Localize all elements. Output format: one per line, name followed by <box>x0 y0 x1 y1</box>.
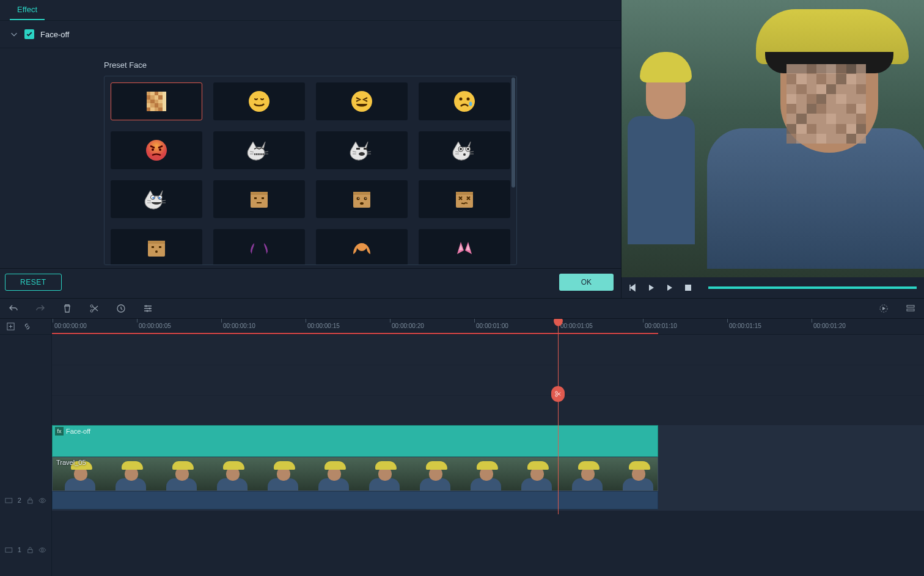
clip-video[interactable]: Travel_05 <box>52 457 658 491</box>
svg-point-19 <box>152 197 155 199</box>
svg-point-41 <box>90 305 93 307</box>
lock-icon[interactable] <box>26 497 34 505</box>
ruler-tick: 00:00:00:20 <box>392 323 424 329</box>
visibility-icon[interactable] <box>38 497 46 505</box>
svg-rect-22 <box>251 192 268 195</box>
svg-point-30 <box>358 198 359 199</box>
tab-effect[interactable]: Effect <box>10 0 45 20</box>
svg-rect-54 <box>6 547 12 552</box>
redo-icon[interactable] <box>35 304 45 313</box>
stop-button[interactable] <box>684 283 692 292</box>
step-forward-button[interactable] <box>666 283 674 292</box>
player-controls <box>622 277 924 298</box>
timeline-settings-icon[interactable] <box>906 304 915 313</box>
ruler-tick: 00:00:01:10 <box>645 323 677 329</box>
step-back-button[interactable] <box>629 283 637 292</box>
ruler-tick: 00:00:01:05 <box>560 323 593 329</box>
preset-scrollbar[interactable] <box>512 78 515 188</box>
svg-point-1 <box>351 91 372 112</box>
preset-emoji-angry-red[interactable] <box>111 131 202 169</box>
preset-box-face-eyes[interactable] <box>316 180 408 218</box>
svg-point-32 <box>360 202 364 205</box>
svg-point-58 <box>556 395 557 396</box>
add-track-icon[interactable] <box>6 322 15 331</box>
clip-audio-waveform[interactable] <box>52 491 658 509</box>
effect-panel: Effect Face-off Preset Face RESET OK <box>0 0 622 298</box>
ok-button[interactable]: OK <box>559 274 614 291</box>
svg-rect-23 <box>254 197 257 199</box>
timeline-track-1[interactable]: Travel_05 <box>52 457 924 511</box>
svg-rect-10 <box>364 148 367 150</box>
playhead[interactable] <box>558 319 559 514</box>
chevron-down-icon <box>10 30 18 38</box>
svg-rect-37 <box>152 246 154 248</box>
player-progress[interactable] <box>708 286 917 289</box>
adjust-icon[interactable] <box>143 304 153 313</box>
preset-hair-orange[interactable] <box>316 229 408 265</box>
svg-rect-24 <box>262 197 264 199</box>
face-off-section-header[interactable]: Face-off <box>0 21 621 48</box>
svg-point-45 <box>149 308 151 310</box>
preset-cat-laugh[interactable] <box>111 180 202 218</box>
lock-icon[interactable] <box>26 546 34 554</box>
track-header-2: 2 <box>0 477 51 523</box>
timeline: 2 1 00:00:00:0000:00:00:0500:00:00:1000:… <box>0 319 924 576</box>
svg-point-6 <box>146 140 167 161</box>
svg-point-3 <box>460 98 463 101</box>
svg-point-31 <box>365 198 367 199</box>
split-icon[interactable] <box>89 304 99 313</box>
svg-point-42 <box>90 310 93 312</box>
preset-devil-horns[interactable] <box>213 229 305 265</box>
preset-emoji-smile[interactable] <box>213 82 305 120</box>
play-button[interactable] <box>647 283 656 292</box>
preset-mosaic-blur[interactable] <box>111 82 202 120</box>
svg-point-2 <box>454 91 475 112</box>
preset-box-face-dizzy[interactable] <box>419 180 510 218</box>
ruler-tick: 00:00:00:00 <box>54 323 87 329</box>
preset-emoji-laugh[interactable] <box>316 82 408 120</box>
timeline-track-2[interactable]: fx Face-off <box>52 425 924 457</box>
timeline-ruler[interactable]: 00:00:00:0000:00:00:0500:00:00:1000:00:0… <box>52 319 924 335</box>
preset-cat-grin[interactable] <box>213 131 305 169</box>
preview-video <box>622 0 924 277</box>
ruler-tick: 00:00:01:15 <box>729 323 761 329</box>
undo-icon[interactable] <box>9 304 18 313</box>
render-preview-icon[interactable] <box>879 304 889 313</box>
clip-face-off[interactable]: fx Face-off <box>52 425 658 457</box>
reset-button[interactable]: RESET <box>5 274 62 291</box>
preset-face-grid-container <box>104 76 517 265</box>
svg-rect-9 <box>356 148 360 150</box>
preset-box-face-alt[interactable] <box>111 229 202 265</box>
svg-point-39 <box>155 250 158 253</box>
svg-rect-55 <box>28 549 32 552</box>
preset-ears-pink[interactable] <box>419 229 510 265</box>
preset-cat-funny[interactable] <box>316 131 408 169</box>
svg-point-0 <box>249 91 270 112</box>
svg-rect-52 <box>28 500 32 503</box>
track-index: 1 <box>18 546 21 553</box>
playhead-split-button[interactable] <box>551 386 565 402</box>
ruler-tick: 00:00:00:05 <box>139 323 171 329</box>
clip-label: Face-off <box>66 428 90 435</box>
speed-icon[interactable] <box>116 304 126 313</box>
visibility-icon[interactable] <box>38 546 46 554</box>
ruler-tick: 00:00:00:15 <box>307 323 340 329</box>
svg-rect-40 <box>685 285 691 291</box>
preset-emoji-sad-tear[interactable] <box>419 82 510 120</box>
pixelated-face-overlay <box>787 64 866 144</box>
svg-point-7 <box>152 148 154 151</box>
timeline-toolbar <box>0 298 924 319</box>
svg-point-8 <box>159 148 161 151</box>
face-off-checkbox[interactable] <box>24 29 34 39</box>
preview-panel <box>622 0 924 298</box>
track-header-1: 1 <box>0 523 51 576</box>
preset-box-face-plain[interactable] <box>213 180 305 218</box>
svg-rect-38 <box>159 246 161 248</box>
link-icon[interactable] <box>23 322 32 331</box>
tab-bar: Effect <box>0 0 621 21</box>
preset-cat-shocked[interactable] <box>419 131 510 169</box>
delete-icon[interactable] <box>62 304 72 313</box>
track-type-icon <box>5 497 13 505</box>
ruler-tick: 00:00:01:00 <box>476 323 508 329</box>
svg-point-46 <box>147 310 148 312</box>
